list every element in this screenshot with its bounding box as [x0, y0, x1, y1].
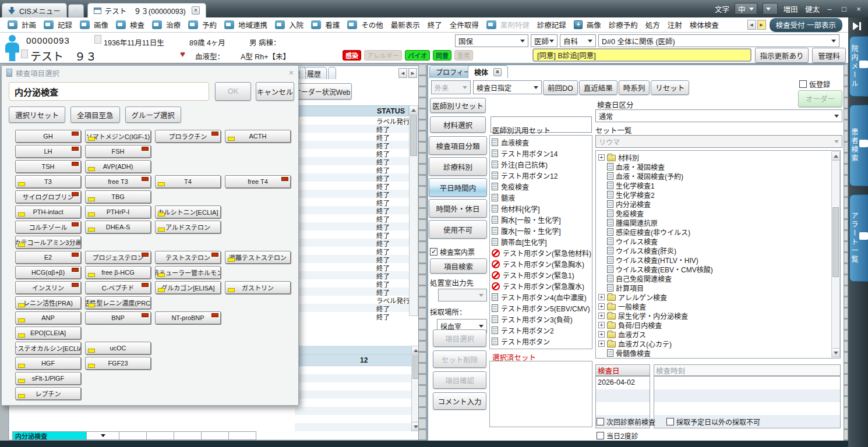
tree-item[interactable]: 生化学検査1 [598, 180, 840, 190]
status-row[interactable]: 終了 [291, 206, 409, 214]
test-item-button[interactable]: NT-proBNP [155, 311, 221, 324]
set-list-item[interactable]: 血液検査 [490, 137, 592, 148]
test-item-button[interactable]: LH [15, 145, 81, 158]
set-list-item[interactable]: テスト用ボタン2 [490, 325, 592, 336]
test-item-button[interactable]: DHEA-S [85, 221, 151, 233]
test-item-button[interactable]: T3 [15, 175, 81, 188]
menu-item[interactable]: 画像 [80, 19, 108, 30]
menu-item[interactable]: 診療記録 [537, 19, 566, 30]
status-row[interactable]: 終了 [291, 239, 409, 247]
selected-set-list[interactable] [489, 361, 592, 427]
tab-scroll-right-icon[interactable]: ▶ [408, 68, 417, 78]
status-row[interactable]: 終了 [291, 279, 409, 288]
sidebar-tab-patient-search[interactable]: 患者検索 [849, 105, 868, 186]
tree-item[interactable]: 材料別 [598, 152, 840, 162]
test-item-button[interactable]: 遊離テストステロン [225, 251, 291, 264]
status-row[interactable]: 終了 [291, 149, 409, 157]
tree-item[interactable]: 生化学検査2 [598, 190, 840, 199]
set-list-item[interactable]: テスト用ボタン(緊急胸水) [490, 258, 592, 269]
order-update-button[interactable]: 指示更新あり [755, 48, 809, 63]
menu-item[interactable]: 診療予約 [609, 19, 638, 30]
tree-item[interactable]: 免疫検査 [598, 208, 840, 218]
pre-visit-exam-checkbox[interactable]: 次回診察前検査 [597, 417, 655, 427]
dialog-tool-button[interactable]: 全項目至急 [70, 107, 120, 123]
specimen-tab-close-icon[interactable]: × [493, 68, 502, 76]
status-row[interactable]: 終了 [291, 157, 409, 165]
maximize-button[interactable]: □ [839, 5, 849, 13]
set-list-item[interactable]: 免疫検査 [490, 181, 592, 192]
menu-item[interactable]: 記録 [44, 19, 72, 30]
mode-button[interactable]: 診療科別 [429, 157, 487, 176]
test-item-button[interactable]: ソマトメジンC(IGF-1) [85, 130, 151, 143]
test-item-button[interactable]: FSH [85, 145, 151, 158]
material-select-button[interactable]: 材料選択 [430, 116, 486, 133]
menu-item[interactable]: 処方 [645, 19, 660, 30]
tree-item[interactable]: ウイルス検査 [598, 236, 840, 246]
toolbar-button[interactable]: リセット [651, 80, 689, 95]
tree-expand-icon[interactable] [598, 294, 605, 300]
test-item-button[interactable]: HCG(αβ+β) [15, 266, 81, 279]
insurance-select[interactable]: 国保 [455, 34, 528, 47]
test-item-button[interactable]: sFlt-1/PlGF [15, 372, 81, 385]
set-list-item[interactable]: 髄液 [490, 192, 592, 203]
tree-item[interactable]: 腫瘍関連抗原 [598, 218, 840, 227]
test-item-button[interactable]: T4 [155, 175, 221, 188]
temporary-registration-checkbox[interactable]: 仮登録 [799, 79, 830, 89]
exam-date-row[interactable]: 2026-04-02 [596, 377, 650, 388]
status-row[interactable]: 終了 [291, 222, 409, 230]
status-row[interactable]: 終了 [291, 288, 409, 296]
close-button[interactable]: × [854, 5, 863, 13]
menu-item[interactable]: 入院 [275, 19, 304, 30]
tree-item[interactable]: アレルゲン検査 [598, 292, 840, 301]
tab-partial-right[interactable] [328, 67, 336, 79]
menu-item[interactable]: 看護 [311, 19, 340, 30]
menu-item[interactable]: 治療 [152, 19, 181, 30]
dropdown-cell[interactable] [87, 431, 119, 440]
sidebar-tab-mail[interactable]: 院内メール [849, 36, 868, 97]
result-table-body[interactable] [295, 366, 411, 431]
item-search-button[interactable]: 項目検索 [430, 258, 487, 274]
set-action-button[interactable]: 項目確認 [433, 371, 486, 389]
menu-item[interactable]: その他 [347, 19, 383, 30]
test-item-button[interactable]: E2 [15, 251, 81, 264]
test-item-button[interactable]: アルドステロン [155, 221, 221, 233]
tree-item[interactable]: ウイルス検査(HTLV・HIV) [598, 255, 840, 264]
menu-item[interactable]: 画像 [574, 19, 601, 30]
test-item-button[interactable]: TSH [15, 160, 81, 173]
patient-tab[interactable]: テスト ９３(00000093) × [87, 3, 206, 17]
test-item-button[interactable]: 活性型レニン濃度(PRC) [85, 296, 151, 309]
tree-item[interactable]: 一般検査 [598, 301, 840, 311]
order-status-web-button[interactable]: オーダー状況Web [292, 83, 352, 100]
font-size-select[interactable]: 中 [735, 3, 758, 15]
tree-expand-icon[interactable] [598, 322, 605, 328]
status-row[interactable]: 終了 [291, 263, 409, 271]
test-item-button[interactable]: プロジェステロン [85, 251, 151, 264]
status-row[interactable]: 終了 [291, 230, 409, 239]
status-scrollbar[interactable] [409, 105, 418, 316]
test-item-button[interactable]: レプチン [15, 387, 81, 400]
tree-item[interactable]: 血液ガス(心カテ) [598, 339, 840, 348]
tree-item[interactable]: 骨髄像検査 [598, 348, 840, 357]
test-item-button[interactable]: FGF23 [85, 357, 151, 370]
doctor-select[interactable]: 医師 [531, 34, 558, 47]
status-row[interactable]: ラベル発行 [291, 116, 409, 125]
scroll-up-icon[interactable] [832, 152, 839, 161]
tree-item[interactable]: 血液・凝固検査(予約) [598, 171, 840, 180]
sidebar-tab-alert-list[interactable]: アラート一覧 [849, 194, 868, 282]
ok-button[interactable]: OK [215, 82, 251, 101]
set-list-item[interactable]: 外注(自己抗体) [490, 159, 592, 170]
status-row[interactable]: ラベル発行 [291, 296, 409, 304]
status-row[interactable]: 終了 [291, 182, 409, 190]
test-item-button[interactable]: PTHrP-I [85, 205, 151, 218]
set-list-item[interactable]: テスト用ボタン14 [490, 148, 592, 159]
scroll-up-icon[interactable] [410, 106, 418, 115]
doctor-reset-button[interactable]: 医師別リセット [430, 98, 486, 113]
scroll-down-icon[interactable] [832, 348, 839, 357]
test-item-button[interactable]: free T3 [85, 175, 151, 188]
favorite-star-button[interactable]: ☆ [68, 4, 84, 17]
set-list-item[interactable]: テスト用ボタン(緊急腹水) [490, 281, 592, 292]
tree-item[interactable]: 尿生化学・内分泌検査 [598, 311, 840, 320]
set-action-button[interactable]: 項目選択 [433, 329, 486, 347]
mode-button[interactable]: 時間外・休日 [429, 199, 487, 218]
tree-item[interactable]: 血液ガス [598, 329, 840, 339]
